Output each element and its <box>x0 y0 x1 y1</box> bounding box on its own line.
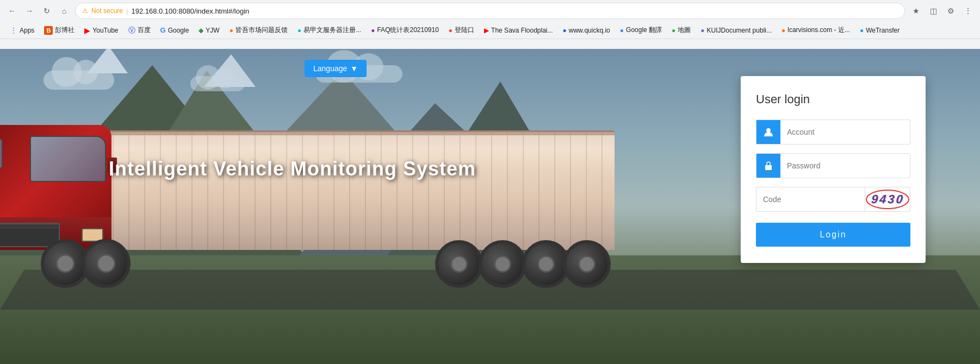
login-title: User login <box>756 92 910 106</box>
bookmark-yjw[interactable]: ◆ YJW <box>194 25 224 36</box>
bookmark-map[interactable]: ● 地圖 <box>667 24 695 36</box>
account-field[interactable] <box>780 120 910 144</box>
password-field[interactable] <box>780 154 910 178</box>
youtube-icon: ▶ <box>84 26 90 35</box>
kuij-icon: ● <box>700 27 704 34</box>
login-card: User login 94 <box>741 76 926 263</box>
captcha-image[interactable]: 9430 <box>865 187 910 211</box>
bookmark-wetransfer[interactable]: ● WeTransfer <box>855 25 904 36</box>
security-warning-icon: ⚠ <box>82 7 88 15</box>
extensions-button[interactable]: ◫ <box>927 4 940 17</box>
sava-icon: ▶ <box>484 27 489 34</box>
truck-windshield <box>30 136 106 182</box>
google-icon: G <box>160 26 166 34</box>
bookmark-wetransfer-label: WeTransfer <box>866 27 900 34</box>
truck <box>0 92 663 299</box>
bookmark-yijiawen-label: 易甲文服务器注册... <box>303 26 361 35</box>
bookmark-apps-label: Apps <box>20 27 34 34</box>
baidu-icon: Ⓥ <box>128 26 135 35</box>
lock-icon <box>763 160 774 171</box>
bookmark-faq-label: FAQ统计表20210910 <box>377 26 438 35</box>
bookmark-baidu[interactable]: Ⓥ 百度 <box>124 24 155 37</box>
bookmark-google-label: Google <box>168 27 189 34</box>
language-chevron-icon: ▼ <box>350 64 358 73</box>
wheel-trailer-2 <box>479 240 526 288</box>
address-text: 192.168.0.100:8080/index.html#/login <box>131 7 249 15</box>
bookmark-youtube[interactable]: ▶ YouTube <box>80 24 122 36</box>
wheel-front-outer <box>82 239 131 288</box>
bookmark-google[interactable]: G Google <box>156 24 194 36</box>
bookmark-kuij-label: KUIJDocument publi... <box>707 27 772 34</box>
trailer-ribs <box>98 132 615 250</box>
svg-point-0 <box>766 128 771 133</box>
profile-button[interactable]: ⚙ <box>944 4 957 17</box>
cloud-3 <box>190 76 245 91</box>
back-button[interactable]: ← <box>5 4 18 17</box>
trailer-top-edge <box>98 132 615 135</box>
address-bar[interactable]: ⚠ Not secure | 192.168.0.100:8080/index.… <box>75 3 905 19</box>
page-title: Intelligent Vehicle Monitoring System <box>109 158 476 180</box>
captcha-input-group: 9430 <box>756 187 910 212</box>
bookmark-kuij[interactable]: ● KUIJDocument publi... <box>696 25 776 36</box>
bookmark-feedback-label: 皆吾市场问题反馈 <box>235 26 288 35</box>
captcha-field[interactable] <box>756 187 865 211</box>
bookmark-lcar[interactable]: ● lcarvisions.com - 近... <box>777 24 854 36</box>
bookmark-quickq[interactable]: ● www.quickq.io <box>559 25 615 36</box>
bookmark-faq[interactable]: ● FAQ统计表20210910 <box>367 24 443 36</box>
wheel-hub-2 <box>97 254 116 273</box>
bookmark-denglu-label: 登陆口 <box>455 26 474 35</box>
bookmark-pengboshe[interactable]: B 彭博社 <box>40 24 79 36</box>
truck-trailer <box>98 130 615 250</box>
feedback-icon: ● <box>230 27 233 34</box>
wheel-hub-6 <box>578 255 596 273</box>
apps-icon: ⋮ <box>10 26 17 35</box>
wheel-hub-3 <box>450 255 468 273</box>
language-button[interactable]: Language ▼ <box>305 60 367 77</box>
page-content: Intelligent Vehicle Monitoring System La… <box>0 49 980 364</box>
forward-button[interactable]: → <box>23 4 36 17</box>
bookmark-sava[interactable]: ▶ The Sava Floodplai... <box>480 25 557 36</box>
browser-chrome: ← → ↻ ⌂ ⚠ Not secure | 192.168.0.100:808… <box>0 0 980 49</box>
quickq-icon: ● <box>563 27 567 34</box>
security-warning-text: Not secure <box>91 7 123 15</box>
bookmark-button[interactable]: ★ <box>909 4 922 17</box>
wheel-hub-4 <box>494 255 511 273</box>
faq-icon: ● <box>371 27 375 34</box>
yijiawen-icon: ● <box>297 27 301 34</box>
denglu-icon: ● <box>449 27 452 34</box>
lcar-icon: ● <box>781 27 785 34</box>
login-button[interactable]: Login <box>756 223 910 247</box>
truck-side-window <box>0 139 3 168</box>
home-button[interactable]: ⌂ <box>58 4 71 17</box>
bookmark-apps[interactable]: ⋮ Apps <box>5 24 39 36</box>
b-icon: B <box>44 26 53 35</box>
grille-lines <box>0 224 59 228</box>
bookmark-map-label: 地圖 <box>678 26 691 35</box>
bookmark-yjw-label: YJW <box>206 27 219 34</box>
yjw-icon: ◆ <box>199 27 203 34</box>
bookmark-translate[interactable]: ● Google 翻譯 <box>616 24 666 36</box>
page-title-area: Intelligent Vehicle Monitoring System <box>109 158 476 180</box>
bookmark-denglu[interactable]: ● 登陆口 <box>444 24 479 36</box>
bookmark-quickq-label: www.quickq.io <box>569 27 610 34</box>
wheel-trailer-4 <box>563 240 611 288</box>
bookmark-feedback[interactable]: ● 皆吾市场问题反馈 <box>225 24 292 36</box>
bookmark-translate-label: Google 翻譯 <box>626 26 662 35</box>
wetransfer-icon: ● <box>860 27 864 34</box>
truck-cab <box>0 125 111 250</box>
bookmark-lcar-label: lcarvisions.com - 近... <box>787 26 850 35</box>
bookmark-sava-label: The Sava Floodplai... <box>491 27 553 34</box>
account-icon <box>756 120 780 144</box>
menu-button[interactable]: ⋮ <box>962 4 975 17</box>
map-icon: ● <box>672 27 675 34</box>
wheel-trailer-1 <box>435 240 483 288</box>
svg-rect-1 <box>765 165 772 170</box>
account-input-group <box>756 120 910 145</box>
wheel-hub-5 <box>537 255 555 273</box>
address-separator: | <box>126 7 128 15</box>
bookmark-yijiawen[interactable]: ● 易甲文服务器注册... <box>293 24 365 36</box>
password-icon <box>756 154 780 178</box>
reload-button[interactable]: ↻ <box>40 4 53 17</box>
bookmark-youtube-label: YouTube <box>92 27 118 34</box>
language-label: Language <box>313 64 347 73</box>
